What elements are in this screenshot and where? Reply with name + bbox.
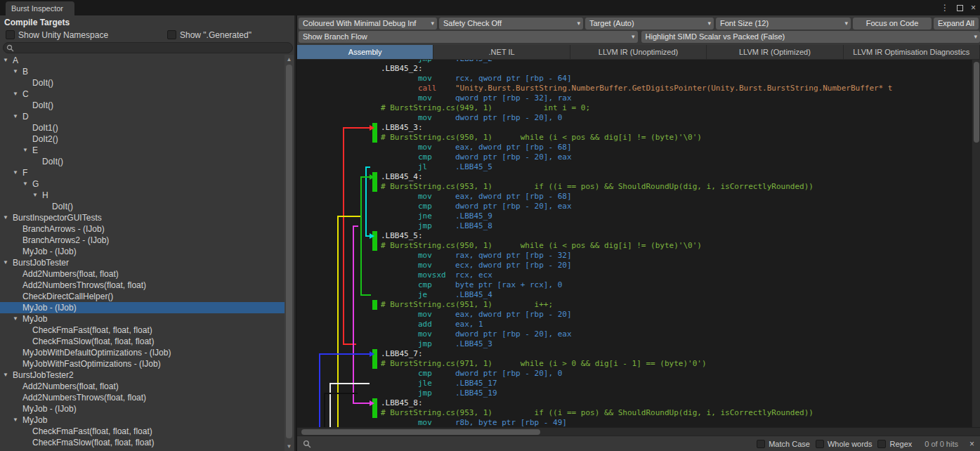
expander-icon[interactable]: ▼ (13, 417, 18, 423)
safety-check-dropdown[interactable]: Safety Check Off▾ (439, 18, 583, 30)
chevron-down-icon: ▾ (431, 18, 434, 30)
tree-item[interactable]: DoIt() (0, 156, 286, 167)
sidebar-search-input[interactable] (3, 42, 293, 53)
jump-target-marker (372, 123, 377, 143)
tree-item[interactable]: MyJob - (IJob) (0, 246, 286, 257)
expander-icon[interactable]: ▼ (13, 91, 18, 97)
tree-item[interactable]: ▼E (0, 145, 286, 156)
tree-item-label: CheckDirectCallHelper() (22, 292, 113, 301)
tree-item[interactable]: CheckFmaSlow(float, float, float) (0, 437, 286, 448)
tree-item[interactable]: MyJobWithFastOptimizations - (IJob) (0, 358, 286, 370)
code-vertical-scrollbar[interactable] (972, 60, 980, 427)
scroll-down-icon[interactable]: ▼ (285, 442, 294, 451)
compile-targets-title: Compile Targets (4, 18, 70, 27)
code-search-bar: Match Case Whole words Regex 0 of 0 hits… (297, 436, 980, 451)
expander-icon[interactable]: ▼ (3, 259, 8, 266)
tree-item[interactable]: CheckFmaSlow(float, float, float) (0, 336, 286, 347)
expander-icon[interactable]: ▼ (22, 147, 28, 153)
code-line: .LBB45_4: (381, 172, 971, 182)
tree-item-label: BranchArrows - (IJob) (22, 224, 105, 234)
tree-item[interactable]: ▼D (0, 111, 286, 122)
code-horizontal-scrollbar[interactable] (297, 427, 980, 436)
tree-item[interactable]: ▼C (0, 89, 286, 100)
tree-item[interactable]: ▼BurstInspectorGUITests (0, 212, 286, 223)
tree-item[interactable]: DoIt() (0, 201, 286, 212)
tree-item[interactable]: ▼B (0, 66, 286, 77)
tab-llvm-ir-optimisation-diagnostics[interactable]: LLVM IR Optimisation Diagnostics (844, 45, 980, 60)
match-case-checkbox[interactable] (757, 440, 765, 448)
tab-net-il[interactable]: .NET IL (433, 45, 570, 60)
tree-item[interactable]: CheckFmaFast(float, float, float) (0, 325, 286, 336)
tree-item[interactable]: DoIt() (0, 100, 286, 111)
tree-item[interactable]: DoIt() (0, 77, 286, 89)
tree-item[interactable]: ▼A (0, 55, 286, 66)
tree-item[interactable]: DoIt1() (0, 122, 286, 133)
tree-item[interactable]: Add2Numbers(float, float) (0, 381, 286, 392)
close-icon[interactable]: × (971, 3, 976, 13)
tree-item[interactable]: Add2NumbersThrows(float, float) (0, 392, 286, 403)
tree-item-label: DoIt() (32, 100, 53, 110)
tree-item-label: CheckFmaFast(float, float, float) (32, 426, 152, 436)
tree-item[interactable]: DoIt2() (0, 133, 286, 145)
expander-icon[interactable]: ▼ (3, 57, 8, 63)
expander-icon[interactable]: ▼ (13, 315, 18, 322)
tree-item[interactable]: MyJobWithDefaultOptimizations - (IJob) (0, 347, 286, 358)
font-size-dropdown[interactable]: Font Size (12)▾ (716, 18, 851, 30)
tree-item[interactable]: ▼MyJob (0, 313, 286, 325)
tree-item[interactable]: ▼BurstJobTester (0, 257, 286, 268)
tree-item[interactable]: MyJob - (IJob) (0, 403, 286, 414)
focus-on-code-button[interactable]: Focus on Code (853, 18, 932, 30)
show-generated-checkbox[interactable] (167, 30, 176, 39)
tree-item[interactable]: ▼BurstJobTester2 (0, 370, 286, 381)
expander-icon[interactable]: ▼ (3, 214, 8, 221)
window-tab[interactable]: Burst Inspector (6, 1, 74, 15)
expander-icon[interactable]: ▼ (13, 113, 18, 119)
namespace-filters: Show Unity Namespace Show ".Generated" (6, 30, 290, 41)
tree-item-label: DoIt() (32, 78, 53, 88)
maximize-icon[interactable] (957, 5, 963, 11)
tree-item[interactable]: Add2Numbers(float, float) (0, 268, 286, 280)
tree-scrollbar[interactable]: ▲ ▼ (285, 55, 294, 451)
simd-highlight-dropdown[interactable]: Highlight SIMD Scalar vs Packed (False)▾ (641, 31, 980, 43)
whole-words-checkbox[interactable] (816, 440, 824, 448)
tree-item[interactable]: ▼G (0, 178, 286, 190)
code-line: mov qword ptr [rbp - 32], rax (381, 93, 971, 103)
tree-item-label: Add2NumbersThrows(float, float) (22, 393, 146, 403)
expander-icon[interactable]: ▼ (3, 372, 8, 378)
tree-item[interactable]: ▼MyJob (0, 414, 286, 426)
expander-icon[interactable]: ▼ (13, 68, 18, 74)
branch-flow-dropdown[interactable]: Show Branch Flow▾ (299, 31, 638, 43)
chevron-down-icon: ▾ (577, 18, 580, 30)
scrollbar-thumb[interactable] (301, 429, 540, 435)
tree-item[interactable]: CheckFmaFast(float, float, float) (0, 426, 286, 437)
scrollbar-thumb[interactable] (974, 62, 979, 143)
expander-icon[interactable]: ▼ (22, 181, 28, 187)
regex-checkbox[interactable] (877, 440, 886, 448)
debug-info-dropdown[interactable]: Coloured With Minimal Debug Inf▾ (299, 18, 437, 30)
scrollbar-thumb[interactable] (286, 65, 292, 438)
tree-item[interactable]: MyJob - (IJob) (0, 302, 286, 313)
code-line: mov dword ptr [rbp - 20], 0 (381, 113, 971, 123)
tree-item[interactable]: BranchArrows2 - (IJob) (0, 235, 286, 246)
close-search-icon[interactable]: × (969, 439, 974, 449)
target-dropdown[interactable]: Target (Auto)▾ (585, 18, 714, 30)
tree-item[interactable]: BranchArrows - (IJob) (0, 223, 286, 235)
tree-item[interactable]: ▼F (0, 167, 286, 178)
tab-assembly[interactable]: Assembly (297, 45, 433, 60)
tab-llvm-ir-optimized[interactable]: LLVM IR (Optimized) (707, 45, 843, 60)
tab-llvm-ir-unoptimized[interactable]: LLVM IR (Unoptimized) (570, 45, 707, 60)
scroll-up-icon[interactable]: ▲ (285, 55, 294, 64)
search-input[interactable] (317, 438, 751, 450)
tree-item[interactable]: Add2NumbersThrows(float, float) (0, 280, 286, 291)
code-line: mov rcx, qword ptr [rbp - 64] (381, 74, 971, 84)
assembly-code-panel[interactable]: jmp .LBB45_2.LBB45_2: mov rcx, qword ptr… (297, 60, 980, 427)
tree-item[interactable]: ▼H (0, 190, 286, 201)
expand-all-button[interactable]: Expand All (934, 18, 979, 30)
menu-icon[interactable]: ⋮ (941, 3, 949, 13)
expander-icon[interactable]: ▼ (32, 192, 38, 198)
show-unity-namespace-checkbox[interactable] (6, 30, 15, 39)
code-line: jmp .LBB45_8 (381, 221, 971, 231)
expander-icon[interactable]: ▼ (13, 169, 18, 176)
tree-item-label: DoIt1() (32, 123, 58, 133)
tree-item[interactable]: CheckDirectCallHelper() (0, 291, 286, 302)
